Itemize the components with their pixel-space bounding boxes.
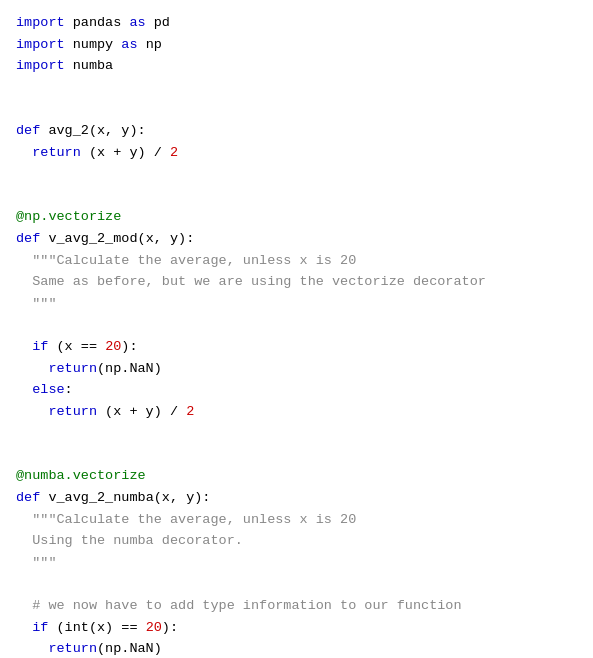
code-token: as <box>121 37 137 52</box>
code-token: pandas <box>65 15 130 30</box>
code-token <box>16 361 48 376</box>
code-token <box>16 512 32 527</box>
code-token: v_avg_2_numba(x, y): <box>40 490 210 505</box>
code-line: import pandas as pd <box>16 12 577 34</box>
code-token: numpy <box>65 37 122 52</box>
code-line <box>16 185 577 207</box>
code-token: Same as before, but we are using the vec… <box>16 274 486 289</box>
code-line: if (int(x) == 20): <box>16 617 577 639</box>
code-line: def v_avg_2_mod(x, y): <box>16 228 577 250</box>
code-token: @np.vectorize <box>16 209 121 224</box>
code-token: def <box>16 490 40 505</box>
code-line <box>16 573 577 595</box>
code-token: 20 <box>146 620 162 635</box>
code-line <box>16 77 577 99</box>
code-token: """ <box>16 296 57 311</box>
code-token: return <box>32 145 81 160</box>
code-line: @numba.vectorize <box>16 465 577 487</box>
code-line: if (x == 20): <box>16 336 577 358</box>
code-line: """Calculate the average, unless x is 20 <box>16 250 577 272</box>
code-token <box>16 620 32 635</box>
code-token: @numba.vectorize <box>16 468 146 483</box>
code-line <box>16 422 577 444</box>
code-token: (int(x) == <box>48 620 145 635</box>
code-line: @np.vectorize <box>16 206 577 228</box>
code-token: if <box>32 339 48 354</box>
code-token: Using the numba decorator. <box>16 533 243 548</box>
code-token <box>16 641 48 656</box>
code-token: 2 <box>186 404 194 419</box>
code-token: np <box>138 37 162 52</box>
code-line: else: <box>16 379 577 401</box>
code-line: # we now have to add type information to… <box>16 595 577 617</box>
code-line: Using the numba decorator. <box>16 530 577 552</box>
code-token <box>16 404 48 419</box>
code-line: return(np.NaN) <box>16 358 577 380</box>
code-line: """ <box>16 552 577 574</box>
code-line: import numpy as np <box>16 34 577 56</box>
code-token: import <box>16 58 65 73</box>
code-line: def avg_2(x, y): <box>16 120 577 142</box>
code-token: (np.NaN) <box>97 641 162 656</box>
code-token: (x + y) / <box>97 404 186 419</box>
code-token: import <box>16 15 65 30</box>
code-token <box>16 145 32 160</box>
code-line: Same as before, but we are using the vec… <box>16 271 577 293</box>
code-line <box>16 98 577 120</box>
code-token: (np.NaN) <box>97 361 162 376</box>
code-token: pd <box>146 15 170 30</box>
code-token: (x + y) / <box>81 145 170 160</box>
code-token: else <box>32 382 64 397</box>
code-token: ): <box>121 339 137 354</box>
code-token: (x == <box>48 339 105 354</box>
code-token: return <box>48 404 97 419</box>
code-line <box>16 314 577 336</box>
code-line: """Calculate the average, unless x is 20 <box>16 509 577 531</box>
code-token: """ <box>16 555 57 570</box>
code-token: ): <box>162 620 178 635</box>
code-token: return <box>48 641 97 656</box>
code-line: return (x + y) / 2 <box>16 401 577 423</box>
code-editor: import pandas as pdimport numpy as npimp… <box>16 12 577 658</box>
code-line: return(np.NaN) <box>16 638 577 658</box>
code-line: return (x + y) / 2 <box>16 142 577 164</box>
code-token: import <box>16 37 65 52</box>
code-token: def <box>16 123 40 138</box>
code-line <box>16 163 577 185</box>
code-line: def v_avg_2_numba(x, y): <box>16 487 577 509</box>
code-token <box>16 598 32 613</box>
code-line: """ <box>16 293 577 315</box>
code-token: def <box>16 231 40 246</box>
code-token: if <box>32 620 48 635</box>
code-line <box>16 444 577 466</box>
code-token: 20 <box>105 339 121 354</box>
code-token: """Calculate the average, unless x is 20 <box>32 253 356 268</box>
code-token <box>16 253 32 268</box>
code-token: # we now have to add type information to… <box>32 598 461 613</box>
code-token: : <box>65 382 73 397</box>
code-token: as <box>129 15 145 30</box>
code-line: import numba <box>16 55 577 77</box>
code-token: avg_2(x, y): <box>40 123 145 138</box>
code-token: """Calculate the average, unless x is 20 <box>32 512 356 527</box>
code-token <box>16 382 32 397</box>
code-token: numba <box>65 58 114 73</box>
code-token: 2 <box>170 145 178 160</box>
code-token: return <box>48 361 97 376</box>
code-token <box>16 339 32 354</box>
code-token: v_avg_2_mod(x, y): <box>40 231 194 246</box>
